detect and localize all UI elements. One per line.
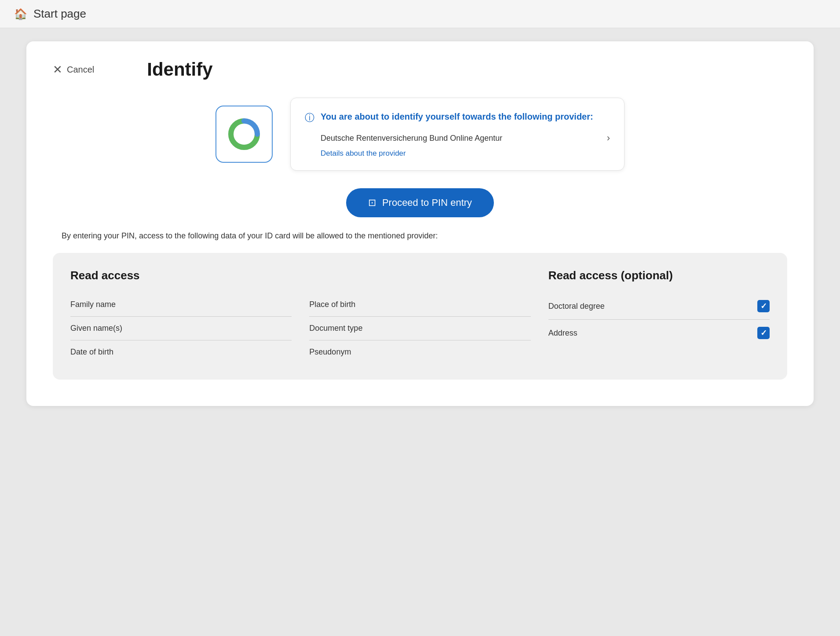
read-access-right-col: Place of birth Document type Pseudonym [309,293,530,364]
list-item: Place of birth [309,293,530,317]
provider-name: Deutsche Rentenversicherung Bund Online … [321,134,502,143]
provider-row[interactable]: Deutsche Rentenversicherung Bund Online … [305,130,610,144]
info-card: ⓘ You are about to identify yourself tow… [290,98,625,171]
main-container: ✕ Cancel Identify ⓘ You are about to ide… [26,41,814,406]
provider-logo [215,106,273,163]
info-icon: ⓘ [305,111,314,124]
list-item: Date of birth [70,340,292,364]
info-card-header: ⓘ You are about to identify yourself tow… [305,110,610,124]
cancel-button[interactable]: ✕ Cancel [53,63,94,77]
list-item: Document type [309,317,530,340]
pin-description: By entering your PIN, access to the foll… [53,231,787,241]
read-access-title: Read access [70,269,292,282]
header-row: ✕ Cancel Identify [53,59,787,80]
pin-icon: ⊡ [368,197,376,208]
pin-button-label: Proceed to PIN entry [382,197,472,208]
address-checkbox[interactable] [757,327,770,339]
optional-access-section: Read access (optional) Doctoral degree A… [548,269,770,364]
content-area: ⓘ You are about to identify yourself tow… [53,98,787,380]
read-access-left-col: Family name Given name(s) Date of birth [70,293,292,364]
list-item: Given name(s) [70,317,292,340]
close-icon: ✕ [53,63,62,77]
top-bar-title: Start page [33,7,86,21]
home-icon: 🏠 [14,8,27,20]
access-card: Read access Family name Given name(s) Da… [53,253,787,380]
optional-items-list: Doctoral degree Address [548,293,770,346]
top-bar: 🏠 Start page [0,0,840,28]
details-link[interactable]: Details about the provider [305,149,610,158]
cancel-label: Cancel [67,65,94,75]
page-title: Identify [147,59,212,80]
doctoral-degree-checkbox[interactable] [757,300,770,312]
optional-access-title: Read access (optional) [548,269,770,282]
chevron-right-icon: › [607,132,610,144]
address-label: Address [548,329,577,338]
list-item: Pseudonym [309,340,530,364]
proceed-to-pin-button[interactable]: ⊡ Proceed to PIN entry [346,188,494,217]
optional-item-address: Address [548,320,770,346]
info-headline: You are about to identify yourself towar… [321,110,593,123]
info-card-row: ⓘ You are about to identify yourself tow… [53,98,787,171]
logo-svg [226,117,262,152]
optional-item-doctoral: Doctoral degree [548,293,770,320]
read-access-header: Read access Family name Given name(s) Da… [70,269,531,364]
doctoral-degree-label: Doctoral degree [548,302,605,311]
list-item: Family name [70,293,292,317]
